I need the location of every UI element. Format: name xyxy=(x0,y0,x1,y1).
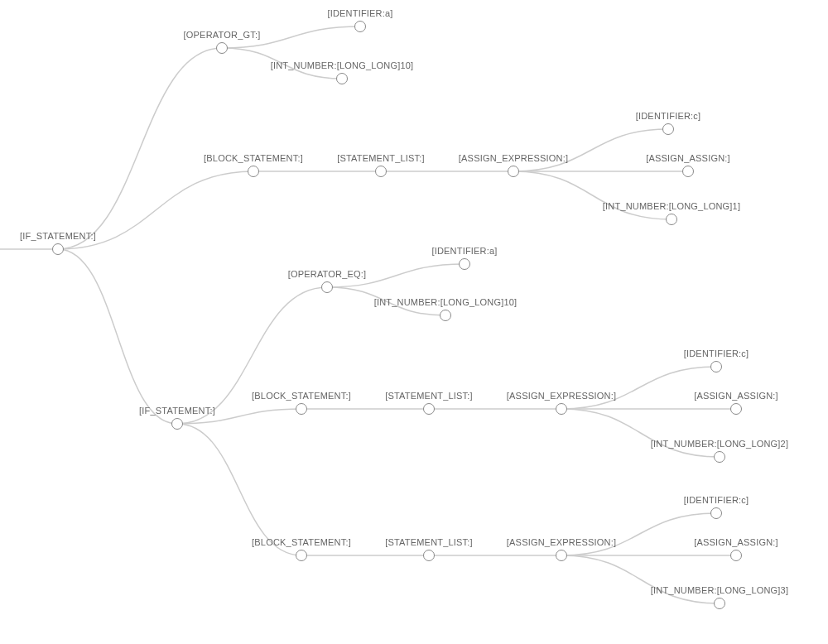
tree-node xyxy=(52,243,64,255)
tree-node xyxy=(423,403,435,415)
tree-node xyxy=(375,166,387,177)
tree-node xyxy=(296,550,307,561)
tree-node-label: [BLOCK_STATEMENT:] xyxy=(204,153,303,163)
edge xyxy=(513,129,668,171)
tree-node-label: [INT_NUMBER:[LONG_LONG]3] xyxy=(651,585,788,595)
edge xyxy=(561,513,716,555)
tree-node xyxy=(248,166,259,177)
tree-node-label: [IDENTIFIER:c] xyxy=(636,111,701,121)
tree-node-label: [ASSIGN_EXPRESSION:] xyxy=(459,153,568,163)
tree-node xyxy=(730,550,742,561)
tree-node xyxy=(666,214,677,225)
tree-node-label: [IDENTIFIER:a] xyxy=(327,8,392,18)
tree-node-label: [STATEMENT_LIST:] xyxy=(385,391,473,401)
tree-node-label: [OPERATOR_GT:] xyxy=(184,30,261,40)
tree-node xyxy=(556,550,567,561)
tree-node-label: [STATEMENT_LIST:] xyxy=(385,537,473,547)
tree-node-label: [IDENTIFIER:a] xyxy=(431,246,497,256)
tree-node-label: [IDENTIFIER:c] xyxy=(684,348,749,358)
tree-node xyxy=(508,166,519,177)
edge xyxy=(58,48,222,249)
tree-node-label: [IF_STATEMENT:] xyxy=(20,231,96,241)
tree-node xyxy=(682,166,694,177)
tree-node-label: [ASSIGN_ASSIGN:] xyxy=(646,153,730,163)
tree-node xyxy=(710,361,722,372)
tree-node-label: [INT_NUMBER:[LONG_LONG]2] xyxy=(651,439,788,449)
tree-node-label: [ASSIGN_ASSIGN:] xyxy=(694,391,778,401)
edge xyxy=(561,367,716,409)
tree-node xyxy=(556,403,567,415)
tree-node-label: [INT_NUMBER:[LONG_LONG]10] xyxy=(374,297,518,307)
edge xyxy=(177,424,301,555)
tree-node-label: [BLOCK_STATEMENT:] xyxy=(252,537,351,547)
tree-node xyxy=(440,310,451,321)
tree-node xyxy=(336,73,348,84)
tree-node-label: [ASSIGN_EXPRESSION:] xyxy=(507,537,616,547)
tree-node-label: [ASSIGN_ASSIGN:] xyxy=(694,537,778,547)
tree-node-label: [ASSIGN_EXPRESSION:] xyxy=(507,391,616,401)
tree-node xyxy=(423,550,435,561)
tree-edges xyxy=(0,0,828,644)
edge xyxy=(561,409,720,457)
tree-node xyxy=(710,507,722,519)
tree-node xyxy=(321,281,333,293)
tree-node xyxy=(714,451,725,463)
tree-node-label: [IDENTIFIER:c] xyxy=(684,495,749,505)
tree-node xyxy=(354,21,366,32)
tree-node xyxy=(171,418,183,430)
tree-node xyxy=(730,403,742,415)
tree-node xyxy=(296,403,307,415)
tree-node-label: [IF_STATEMENT:] xyxy=(139,406,215,416)
edge xyxy=(561,555,720,603)
tree-node-label: [STATEMENT_LIST:] xyxy=(337,153,425,163)
tree-node-label: [INT_NUMBER:[LONG_LONG]1] xyxy=(603,201,740,211)
tree-node xyxy=(459,258,470,270)
tree-node xyxy=(216,42,228,54)
tree-node xyxy=(662,123,674,135)
tree-node-label: [BLOCK_STATEMENT:] xyxy=(252,391,351,401)
edge xyxy=(58,249,177,424)
tree-node-label: [OPERATOR_EQ:] xyxy=(288,269,367,279)
tree-node xyxy=(714,598,725,609)
tree-node-label: [INT_NUMBER:[LONG_LONG]10] xyxy=(271,60,414,70)
edge xyxy=(513,171,672,219)
